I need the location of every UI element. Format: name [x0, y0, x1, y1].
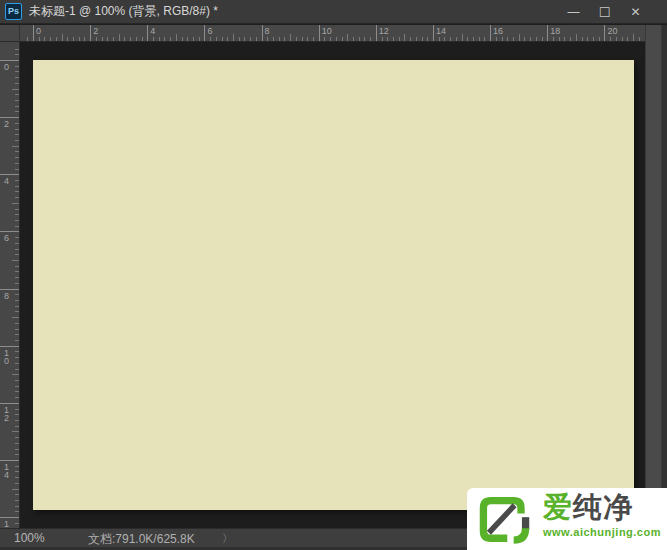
ruler-tick	[67, 37, 68, 41]
ruler-tick	[0, 117, 19, 118]
ruler-tick	[15, 351, 19, 352]
ruler-tick	[12, 317, 19, 318]
ruler-tick	[256, 37, 257, 41]
ruler-tick	[479, 37, 480, 41]
ruler-tick	[15, 100, 19, 101]
ruler-label: 16	[493, 27, 503, 36]
ruler-tick	[15, 443, 19, 444]
horizontal-ruler[interactable]: 02468101214161820	[20, 25, 645, 42]
ruler-tick	[27, 37, 28, 41]
ruler-tick	[62, 34, 63, 41]
ruler-tick	[0, 289, 19, 290]
ruler-tick	[119, 34, 120, 41]
vertical-ruler[interactable]: 0246810121416	[0, 42, 20, 528]
ruler-tick	[0, 174, 19, 175]
ruler-tick	[496, 37, 497, 41]
ruler-tick	[15, 506, 19, 507]
close-icon[interactable]: ✕	[620, 0, 651, 24]
brand-first-char: 爱	[543, 491, 573, 523]
minimize-icon[interactable]: —	[558, 0, 589, 24]
ruler-tick	[433, 25, 434, 41]
ruler-tick	[290, 34, 291, 41]
ruler-tick	[15, 83, 19, 84]
ruler-tick	[15, 334, 19, 335]
ruler-tick	[15, 426, 19, 427]
ruler-tick	[296, 37, 297, 41]
ruler-tick	[15, 214, 19, 215]
ruler-tick	[15, 220, 19, 221]
brand-rest-chars: 纯净	[573, 491, 633, 523]
ruler-tick	[336, 37, 337, 41]
ruler-tick	[15, 254, 19, 255]
ruler-tick	[382, 37, 383, 41]
ruler-label: 8	[4, 292, 9, 300]
ruler-tick	[0, 346, 19, 347]
ruler-tick	[564, 37, 565, 41]
title-bar[interactable]: Ps 未标题-1 @ 100% (背景, RGB/8#) * — ☐ ✕	[0, 0, 667, 24]
ruler-tick	[12, 374, 19, 375]
ruler-tick	[15, 77, 19, 78]
ruler-label: 14	[4, 463, 9, 479]
ruler-tick	[467, 37, 468, 41]
ruler-tick	[15, 386, 19, 387]
window-controls: — ☐ ✕	[558, 0, 651, 24]
ruler-tick	[513, 37, 514, 41]
ruler-tick	[15, 226, 19, 227]
ruler-tick	[553, 37, 554, 41]
ruler-tick	[15, 271, 19, 272]
ruler-tick	[0, 60, 19, 61]
ruler-tick	[610, 37, 611, 41]
ruler-label: 2	[93, 27, 98, 36]
ruler-origin-corner[interactable]	[0, 25, 20, 42]
ruler-tick	[15, 511, 19, 512]
ruler-tick	[15, 466, 19, 467]
ruler-tick	[587, 37, 588, 41]
ruler-tick	[90, 25, 91, 41]
ruler-tick	[44, 37, 45, 41]
pasteboard[interactable]	[20, 42, 645, 528]
document-canvas[interactable]	[33, 60, 634, 510]
ruler-tick	[15, 157, 19, 158]
ruler-tick	[313, 37, 314, 41]
ruler-tick	[376, 25, 377, 41]
ruler-tick	[15, 277, 19, 278]
ruler-tick	[330, 37, 331, 41]
ruler-tick	[56, 37, 57, 41]
ruler-tick	[12, 489, 19, 490]
ruler-tick	[15, 186, 19, 187]
aichunjing-logo-icon	[477, 494, 532, 544]
ruler-tick	[15, 140, 19, 141]
ruler-tick	[15, 266, 19, 267]
ruler-label: 14	[436, 27, 446, 36]
ruler-tick	[15, 494, 19, 495]
ruler-label: 6	[4, 234, 9, 242]
ruler-tick	[15, 409, 19, 410]
ruler-tick	[530, 37, 531, 41]
ruler-tick	[79, 37, 80, 41]
maximize-icon[interactable]: ☐	[589, 0, 620, 24]
ruler-tick	[153, 37, 154, 41]
ruler-tick	[399, 37, 400, 41]
ruler-tick	[582, 37, 583, 41]
ruler-tick	[439, 37, 440, 41]
ruler-tick	[15, 163, 19, 164]
ruler-tick	[239, 37, 240, 41]
ruler-label: 4	[4, 177, 9, 185]
ruler-tick	[364, 37, 365, 41]
zoom-level-field[interactable]: 100%	[14, 531, 45, 545]
ruler-tick	[15, 180, 19, 181]
ruler-tick	[342, 37, 343, 41]
ruler-tick	[12, 203, 19, 204]
ruler-tick	[0, 460, 19, 461]
watermark-brand-name: 爱纯净	[543, 490, 661, 524]
ruler-tick	[507, 37, 508, 41]
ruler-tick	[324, 37, 325, 41]
ruler-tick	[170, 37, 171, 41]
ruler-tick	[456, 37, 457, 41]
vertical-scrollbar[interactable]	[645, 25, 662, 528]
ruler-tick	[15, 380, 19, 381]
ruler-tick	[210, 37, 211, 41]
ruler-label: 18	[550, 27, 560, 36]
status-flyout-arrow-icon[interactable]: 〉	[222, 531, 233, 546]
ruler-label: 12	[4, 406, 9, 422]
